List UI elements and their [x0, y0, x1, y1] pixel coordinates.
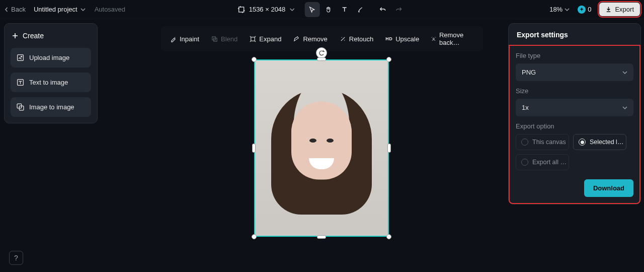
crop-icon	[238, 6, 245, 13]
resize-handle-tl[interactable]	[252, 57, 257, 62]
zoom-dropdown[interactable]: 18%	[549, 6, 570, 13]
topbar: Back Untitled project Autosaved 1536 × 2…	[0, 0, 644, 19]
credits-value: 0	[588, 6, 591, 13]
text-to-image-button[interactable]: Text to image	[11, 73, 91, 92]
hand-icon	[325, 6, 332, 13]
select-tool[interactable]	[304, 2, 319, 17]
remove-icon	[293, 36, 300, 42]
option-export-all[interactable]: Export all …	[516, 154, 569, 170]
text-to-image-icon	[17, 79, 24, 86]
resize-handle-b[interactable]	[317, 235, 326, 239]
remove-background-label: Remove back…	[439, 31, 474, 46]
download-button[interactable]: Download	[584, 179, 633, 197]
svg-rect-7	[251, 37, 255, 40]
project-title-dropdown[interactable]: Untitled project	[34, 6, 86, 13]
download-icon	[605, 6, 612, 13]
canvas-dimensions-dropdown[interactable]: 1536 × 2048	[238, 6, 295, 13]
upload-image-button[interactable]: Upload image	[11, 48, 91, 67]
upload-image-icon	[17, 54, 24, 61]
create-label: Create	[23, 32, 44, 40]
credits-badge[interactable]: ✦ 0	[575, 5, 594, 15]
topbar-center: 1536 × 2048	[238, 2, 407, 17]
back-button[interactable]: Back	[4, 6, 26, 13]
resize-handle-br[interactable]	[386, 234, 391, 239]
option-selected-layer-label: Selected l…	[590, 139, 623, 146]
resize-handle-bl[interactable]	[252, 234, 257, 239]
text-to-image-label: Text to image	[29, 79, 68, 86]
redo-icon	[395, 6, 402, 13]
back-label: Back	[11, 6, 26, 13]
topbar-right: 18% ✦ 0 Export	[549, 3, 640, 16]
filetype-select[interactable]: PNG	[516, 63, 633, 81]
chevron-down-icon	[289, 7, 294, 12]
image-to-image-icon	[17, 103, 24, 111]
upscale-label: Upscale	[395, 35, 419, 43]
size-label: Size	[516, 87, 633, 95]
export-option-group: This canvas Selected l… Export all …	[516, 134, 633, 170]
chevron-down-icon	[622, 70, 627, 75]
sidebar: Create Upload image Text to image Image …	[4, 23, 98, 123]
image-to-image-button[interactable]: Image to image	[11, 97, 91, 117]
svg-rect-0	[239, 7, 244, 12]
canvas-selection[interactable]	[254, 59, 389, 237]
filetype-label: File type	[516, 52, 633, 59]
option-selected-layer[interactable]: Selected l…	[573, 134, 626, 150]
export-panel-title: Export settings	[509, 31, 640, 45]
resize-handle-r[interactable]	[387, 144, 391, 153]
chevron-down-icon	[565, 7, 570, 12]
undo-icon	[379, 6, 386, 13]
svg-rect-1	[18, 55, 24, 61]
dimensions-value: 1536 × 2048	[249, 6, 286, 13]
radio-icon	[521, 159, 528, 166]
rotate-icon	[318, 50, 325, 56]
retouch-icon	[340, 36, 346, 42]
rotate-handle[interactable]	[316, 47, 327, 58]
help-button[interactable]: ?	[9, 251, 23, 265]
option-this-canvas-label: This canvas	[532, 139, 566, 146]
svg-point-8	[433, 38, 435, 39]
resize-handle-t[interactable]	[317, 57, 326, 61]
filetype-value: PNG	[522, 69, 536, 76]
zoom-value: 18%	[549, 6, 562, 13]
expand-icon	[250, 36, 256, 42]
export-option-label: Export option	[516, 122, 633, 130]
upscale-tool[interactable]: HD Upscale	[380, 32, 424, 46]
expand-label: Expand	[259, 35, 281, 43]
hand-tool[interactable]	[320, 2, 336, 17]
resize-handle-l[interactable]	[252, 144, 256, 153]
resize-handle-tr[interactable]	[386, 57, 391, 62]
help-icon: ?	[14, 254, 18, 262]
remove-tool[interactable]: Remove	[288, 32, 332, 46]
export-panel: Export settings File type PNG Size 1x Ex…	[508, 23, 641, 205]
export-button[interactable]: Export	[599, 3, 640, 16]
export-label: Export	[615, 6, 634, 13]
retouch-tool[interactable]: Retouch	[335, 32, 378, 46]
option-export-all-label: Export all …	[532, 159, 567, 166]
chevron-down-icon	[80, 7, 86, 12]
selected-image[interactable]	[254, 59, 389, 237]
redo-button[interactable]	[391, 2, 406, 17]
inpaint-tool[interactable]: Inpaint	[165, 32, 204, 46]
option-this-canvas[interactable]: This canvas	[516, 134, 569, 150]
cursor-tools	[304, 2, 406, 17]
blend-tool[interactable]: Blend	[206, 32, 243, 46]
chevron-down-icon	[622, 105, 627, 110]
topbar-left: Back Untitled project Autosaved	[4, 6, 125, 13]
cursor-icon	[308, 6, 315, 13]
text-tool[interactable]	[337, 2, 352, 17]
size-select[interactable]: 1x	[516, 99, 633, 116]
retouch-label: Retouch	[349, 35, 373, 43]
text-icon	[341, 6, 348, 13]
expand-tool[interactable]: Expand	[245, 32, 286, 46]
remove-background-tool[interactable]: Remove back…	[426, 28, 479, 49]
blend-label: Blend	[221, 35, 237, 43]
blend-icon	[211, 36, 218, 42]
export-panel-body: File type PNG Size 1x Export option This…	[509, 45, 640, 204]
image-to-image-label: Image to image	[29, 103, 74, 111]
radio-icon	[521, 139, 528, 146]
inpaint-label: Inpaint	[180, 35, 199, 43]
brush-icon	[357, 6, 364, 13]
brush-tool[interactable]	[353, 2, 368, 17]
radio-checked-icon	[579, 139, 586, 146]
undo-button[interactable]	[375, 2, 390, 17]
